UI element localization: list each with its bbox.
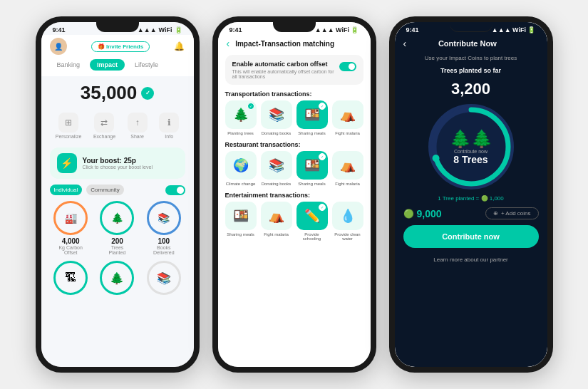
stat-value-carbon: 4,000 <box>62 237 80 245</box>
cat-planting-trees[interactable]: 🌲 ✓ Planting trees <box>225 100 257 135</box>
offset-toggle[interactable] <box>339 62 356 71</box>
cat-label-sharing-e: Sharing meals <box>227 232 254 237</box>
cat-climate[interactable]: 🌍 Climate change <box>225 151 257 186</box>
cat-label-meals: Sharing meals <box>298 131 325 135</box>
stat-label-trees: TreesPlanted <box>109 245 126 255</box>
offset-title: Enable automatic carbon offset <box>232 61 339 68</box>
offset-sub: This will enable automatically offset ca… <box>232 69 339 79</box>
boost-sub: Click to choose your boost level <box>83 165 153 170</box>
toggle-individual[interactable]: Individual <box>50 185 83 195</box>
cat-sharing-e[interactable]: 🍱 Sharing meals <box>225 202 257 241</box>
invite-button[interactable]: 🎁 Invite Friends <box>91 41 150 52</box>
phone2-title: Impact-Transaction matching <box>235 40 334 48</box>
phone1-content: 35,000 ✓ ⊞ Personalize ⇄ Exchange ↑ Shar… <box>41 76 194 367</box>
cat-schooling[interactable]: ✏️ ✓ Provide schooling <box>296 202 328 241</box>
bell-icon[interactable]: 🔔 <box>174 41 185 51</box>
phone1-header: 👤 🎁 Invite Friends 🔔 Banking Impact Life… <box>41 35 194 76</box>
stat-books: 📚 100 BooksDelivered <box>143 201 185 255</box>
cat-icon-sharing-e: 🍱 <box>225 202 257 230</box>
cat-donating-books-r[interactable]: 📚 Donating books <box>261 151 292 186</box>
cat-malaria-e[interactable]: ⛺ Fight malaria <box>261 202 292 241</box>
cat-icon-meals: 🍱 ✓ <box>296 100 328 129</box>
exchange-icon: ⇄ <box>94 113 114 133</box>
stat-value-trees: 200 <box>111 237 123 245</box>
coins-row: 🟢 9,000 ⊕ + Add coins <box>403 207 539 219</box>
cat-icon-schooling: ✏️ ✓ <box>296 202 328 230</box>
cat-label-climate: Climate change <box>226 182 256 186</box>
action-share[interactable]: ↑ Share <box>128 113 148 139</box>
section-restaurant: Restaurant transactions: 🌍 Climate chang… <box>225 141 363 186</box>
phone-impact: 9:41 ▲▲▲ WiFi 🔋 👤 🎁 Invite Friends 🔔 Ban… <box>36 16 200 373</box>
share-icon: ↑ <box>128 113 148 133</box>
boost-icon: ⚡ <box>57 153 77 173</box>
back-button-2[interactable]: ‹ <box>227 38 230 49</box>
tab-lifestyle[interactable]: Lifestyle <box>128 59 165 71</box>
coin-icon: 🟢 <box>403 209 414 219</box>
cat-label-water: Provide clean water <box>332 232 363 241</box>
stat-extra-1: 🏗 <box>50 261 92 295</box>
use-coins-text: Use your Impact Coins to plant trees <box>403 55 539 61</box>
phone-transaction: 9:41 ▲▲▲ WiFi 🔋 ‹ Impact-Transaction mat… <box>212 16 376 373</box>
action-exchange[interactable]: ⇄ Exchange <box>93 113 115 139</box>
cat-donating-books[interactable]: 📚 Donating books <box>261 100 292 135</box>
cat-icon-malaria: ⛺ <box>332 100 363 129</box>
cat-fight-malaria[interactable]: ⛺ Fight malaria <box>332 100 363 135</box>
stat-extra-3: 📚 <box>143 261 185 295</box>
cat-label-schooling: Provide schooling <box>296 232 328 241</box>
action-info[interactable]: ℹ Info <box>159 113 179 139</box>
notch-3 <box>450 22 492 32</box>
stat-extra-2: 🌲 <box>96 261 138 295</box>
tab-impact[interactable]: Impact <box>90 59 125 71</box>
section-transportation: Transportation transactions: 🌲 ✓ Plantin… <box>225 90 363 135</box>
points-icon: ✓ <box>141 87 154 100</box>
cat-icon-meals-r: 🍱 ✓ <box>296 151 328 180</box>
stat-carbon: 🏭 4,000 Kg CarbonOffset <box>50 201 92 255</box>
points-value: 35,000 <box>81 82 138 104</box>
notch <box>96 22 139 32</box>
cat-icon-books-r: 📚 <box>261 151 292 180</box>
contribute-button[interactable]: Contribute now <box>403 225 539 248</box>
section-title-restaurant: Restaurant transactions: <box>225 141 363 148</box>
phone-contribute: 9:41 ▲▲▲ WiFi 🔋 ‹ Contribute Now Use you… <box>389 16 553 373</box>
toggle-switch[interactable] <box>165 185 185 195</box>
stat-value-books: 100 <box>158 237 170 245</box>
add-coins-button[interactable]: ⊕ + Add coins <box>485 207 539 219</box>
action-personalize[interactable]: ⊞ Personalize <box>56 113 82 139</box>
stat-label-books: BooksDelivered <box>153 245 175 255</box>
stat-trees: 🌲 200 TreesPlanted <box>96 201 138 255</box>
tree-emoji: 🌲🌲 <box>450 129 492 149</box>
tab-banking[interactable]: Banking <box>50 59 88 71</box>
section-title-transport: Transportation transactions: <box>225 90 363 98</box>
circle-visual: 🌲🌲 Contribute now 8 Trees <box>428 104 514 190</box>
cat-malaria-r[interactable]: ⛺ Fight malaria <box>332 151 363 186</box>
stat-circle2-2: 🌲 <box>100 261 134 295</box>
learn-more-button[interactable]: Learn more about our partner <box>403 254 539 266</box>
stat-circle-carbon: 🏭 <box>53 201 88 235</box>
boost-card[interactable]: ⚡ Your boost: 25p Click to choose your b… <box>50 147 185 179</box>
add-icon: ⊕ <box>493 210 498 217</box>
phone2-content: Enable automatic carbon offset This will… <box>218 55 371 367</box>
avatar: 👤 <box>50 38 67 55</box>
cat-sharing-meals-r[interactable]: 🍱 ✓ Sharing meals <box>296 151 328 186</box>
cat-icon-books: 📚 <box>261 100 292 129</box>
cat-label-malaria: Fight malaria <box>335 131 360 135</box>
toggle-community[interactable]: Community <box>86 185 123 195</box>
cat-label-malaria-e: Fight malaria <box>264 232 289 237</box>
stat-circle2-1: 🏗 <box>53 261 88 295</box>
info-icon: ℹ <box>159 113 179 133</box>
check-planting: ✓ <box>247 103 254 110</box>
circle-inner: 🌲🌲 Contribute now 8 Trees <box>450 129 492 165</box>
toggle-row: Individual Community <box>50 185 185 195</box>
boost-title: Your boost: 25p <box>83 157 153 165</box>
cat-sharing-meals[interactable]: 🍱 ✓ Sharing meals <box>296 100 328 135</box>
cat-label-books-r: Donating books <box>262 182 292 186</box>
trees-count: 3,200 <box>403 80 539 98</box>
phone2-header: ‹ Impact-Transaction matching <box>218 35 371 55</box>
phone3-title: Contribute Now <box>412 39 522 48</box>
cat-water[interactable]: 💧 Provide clean water <box>332 202 363 241</box>
entertain-grid: 🍱 Sharing meals ⛺ Fight malaria ✏️ ✓ Pro… <box>225 202 363 241</box>
back-button-3[interactable]: ‹ <box>403 38 407 49</box>
check-meals-r: ✓ <box>319 153 326 160</box>
coins-value: 🟢 9,000 <box>403 208 442 219</box>
cat-label-meals-r: Sharing meals <box>298 182 325 186</box>
